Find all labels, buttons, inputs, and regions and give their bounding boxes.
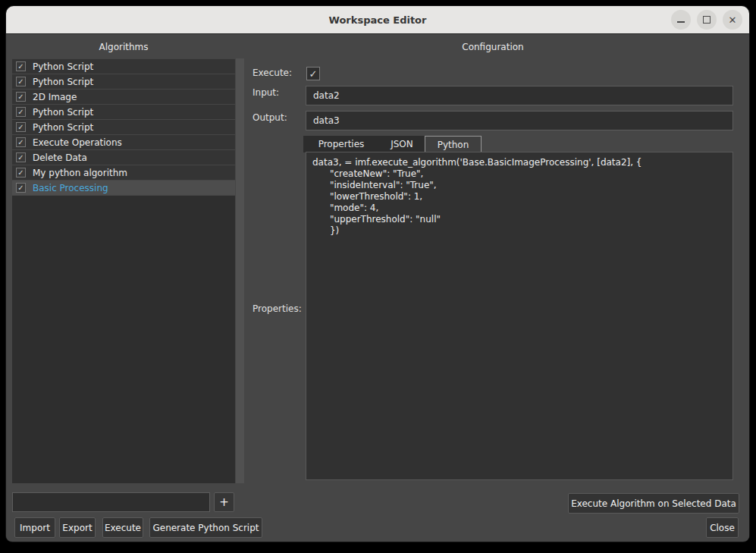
algorithms-list: ✓ Python Script ✓ Python Script ✓ 2D Ima…	[12, 58, 235, 483]
list-item-label: Delete Data	[33, 152, 87, 163]
properties-label: Properties:	[253, 303, 302, 314]
window-title: Workspace Editor	[329, 14, 427, 26]
list-item-label: Python Script	[33, 77, 93, 87]
check-icon: ✓	[17, 78, 24, 86]
checkbox[interactable]: ✓	[16, 183, 26, 193]
minimize-button[interactable]	[671, 10, 691, 30]
checkbox[interactable]: ✓	[16, 61, 26, 71]
add-button[interactable]: +	[214, 492, 234, 512]
close-button[interactable]: Close	[706, 517, 739, 538]
check-icon: ✓	[309, 69, 318, 79]
list-item[interactable]: ✓ Python Script	[12, 74, 235, 90]
execute-label: Execute:	[253, 68, 292, 78]
close-window-button[interactable]: ✕	[723, 10, 742, 30]
check-icon: ✓	[17, 154, 24, 162]
list-item[interactable]: ✓ Delete Data	[12, 150, 235, 165]
check-icon: ✓	[17, 184, 24, 192]
tab-python[interactable]: Python	[425, 136, 482, 152]
import-button[interactable]: Import	[14, 517, 55, 538]
workspace-editor-window: Workspace Editor ✕ Algorithms ✓ P	[6, 6, 749, 542]
checkbox[interactable]: ✓	[16, 122, 26, 132]
algorithms-panel-title: Algorithms	[12, 42, 235, 52]
check-icon: ✓	[17, 139, 24, 146]
list-item-label: My python algorithm	[33, 168, 127, 178]
list-item-label: Python Script	[33, 61, 93, 72]
list-item[interactable]: ✓ Python Script	[12, 59, 235, 74]
checkbox[interactable]: ✓	[16, 152, 26, 162]
checkbox[interactable]: ✓	[16, 168, 26, 178]
output-label: Output:	[253, 112, 287, 123]
execute-algorithm-on-selected-data-button[interactable]: Execute Algorithm on Selected Data	[568, 493, 739, 514]
checkbox[interactable]: ✓	[16, 77, 26, 86]
list-item-label: 2D Image	[33, 92, 77, 102]
maximize-icon	[703, 16, 711, 24]
check-icon: ✓	[17, 63, 24, 71]
generate-python-script-button[interactable]: Generate Python Script	[149, 517, 262, 538]
list-scrollbar[interactable]	[236, 58, 244, 483]
config-tabs: Properties JSON Python	[303, 136, 482, 152]
check-icon: ✓	[17, 93, 24, 101]
minimize-icon	[677, 21, 685, 23]
screen: Workspace Editor ✕ Algorithms ✓ P	[0, 0, 756, 553]
input-field[interactable]	[306, 86, 733, 105]
window-content: Algorithms ✓ Python Script ✓ Python Scri…	[6, 34, 749, 541]
tab-properties[interactable]: Properties	[303, 136, 379, 152]
list-item[interactable]: ✓ My python algorithm	[12, 165, 235, 181]
list-item-selected[interactable]: ✓ Basic Processing	[12, 181, 235, 196]
list-item-label: Python Script	[33, 122, 93, 133]
list-item[interactable]: ✓ Python Script	[12, 105, 235, 120]
window-controls: ✕	[671, 10, 742, 30]
list-item[interactable]: ✓ Python Script	[12, 120, 235, 135]
checkbox[interactable]: ✓	[16, 92, 26, 102]
input-label: Input:	[253, 87, 279, 98]
list-item-label: Python Script	[33, 107, 93, 118]
check-icon: ✓	[17, 108, 24, 116]
filter-input[interactable]	[12, 492, 210, 512]
list-item-label: Execute Operations	[33, 137, 122, 148]
checkbox[interactable]: ✓	[16, 107, 26, 117]
execute-checkbox[interactable]: ✓	[306, 67, 320, 80]
check-icon: ✓	[17, 169, 24, 177]
configuration-panel-title: Configuration	[253, 42, 733, 52]
export-button[interactable]: Export	[59, 517, 96, 538]
close-icon: ✕	[729, 15, 737, 25]
titlebar: Workspace Editor ✕	[6, 6, 749, 34]
maximize-button[interactable]	[697, 10, 717, 30]
list-item[interactable]: ✓ 2D Image	[12, 90, 235, 105]
output-field[interactable]	[306, 111, 733, 130]
python-code-editor[interactable]: data3, = imf.execute_algorithm('Base.Bas…	[306, 152, 733, 480]
list-item[interactable]: ✓ Execute Operations	[12, 135, 235, 150]
checkbox[interactable]: ✓	[16, 137, 26, 147]
list-item-label: Basic Processing	[33, 183, 108, 193]
check-icon: ✓	[17, 124, 24, 131]
execute-button[interactable]: Execute	[102, 517, 143, 538]
tab-json[interactable]: JSON	[379, 136, 425, 152]
